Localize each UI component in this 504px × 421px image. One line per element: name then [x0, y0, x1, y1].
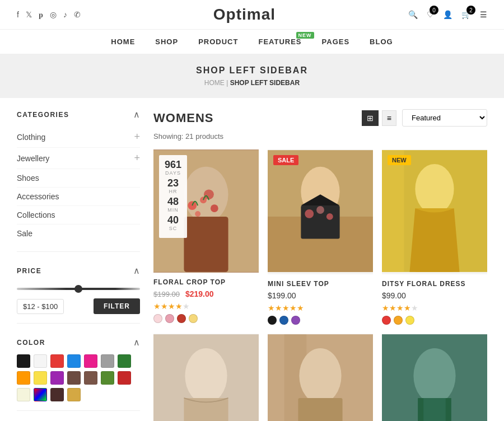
- cart-button[interactable]: 🛒 2: [461, 10, 471, 19]
- color-dot[interactable]: [177, 314, 186, 323]
- sort-select[interactable]: Featured Price: Low to High Price: High …: [402, 109, 487, 127]
- color-multi[interactable]: [34, 388, 47, 401]
- color-brown[interactable]: [67, 371, 81, 385]
- color-blue[interactable]: [67, 354, 81, 368]
- sidebar-item-clothing[interactable]: Clothing +: [17, 127, 140, 148]
- jewellery-expand-icon[interactable]: +: [134, 152, 140, 164]
- svg-rect-25: [298, 398, 342, 421]
- color-white[interactable]: [34, 354, 47, 368]
- color-dot[interactable]: [394, 316, 403, 325]
- content-controls: ⊞ ≡ Featured Price: Low to High Price: H…: [362, 109, 487, 127]
- product-card[interactable]: SLEEVELESS TOP $59.00 ★★★★★: [382, 334, 487, 421]
- color-dot[interactable]: [153, 314, 162, 323]
- nav-home[interactable]: HOME: [111, 38, 135, 46]
- product-stars: ★★★★★: [153, 302, 259, 311]
- color-pink[interactable]: [84, 354, 97, 368]
- logo[interactable]: Optimal: [213, 6, 276, 24]
- product-card[interactable]: SOLD OUT SUMMER BLOUSE $79.00 ★★★★★: [153, 334, 259, 421]
- color-dot[interactable]: [279, 316, 288, 325]
- list-view-button[interactable]: ≡: [382, 110, 396, 126]
- original-price: $199.00: [153, 290, 180, 298]
- sale-badge: SALE: [273, 155, 298, 165]
- filter-button[interactable]: FILTER: [94, 298, 140, 314]
- color-maroon[interactable]: [50, 388, 64, 401]
- color-dark-green[interactable]: [118, 354, 131, 368]
- tiktok-icon[interactable]: ♪: [63, 10, 67, 19]
- color-dot[interactable]: [268, 316, 277, 325]
- twitter-icon[interactable]: 𝕏: [26, 10, 32, 19]
- features-badge: NEW: [296, 32, 314, 39]
- color-yellow[interactable]: [34, 371, 47, 385]
- color-beige[interactable]: [17, 388, 30, 401]
- instagram-icon[interactable]: ◎: [50, 10, 57, 19]
- countdown-hr: 23: [165, 178, 181, 188]
- sidebar-item-collections[interactable]: Collections: [17, 206, 140, 224]
- content: WOMENS ⊞ ≡ Featured Price: Low to High P…: [153, 109, 487, 421]
- search-button[interactable]: 🔍: [408, 10, 418, 19]
- grid-view-button[interactable]: ⊞: [362, 110, 379, 126]
- facebook-icon[interactable]: f: [17, 10, 19, 19]
- new-badge: NEW: [388, 155, 411, 165]
- color-orange[interactable]: [17, 371, 30, 385]
- price-range-slider[interactable]: [17, 288, 140, 290]
- whatsapp-icon[interactable]: ✆: [74, 10, 81, 19]
- product-image-wrap: [382, 334, 487, 421]
- nav-shop[interactable]: SHOP: [155, 38, 178, 46]
- svg-point-17: [415, 164, 454, 214]
- price-header: PRICE ∧: [17, 265, 140, 276]
- svg-point-7: [204, 189, 214, 199]
- color-dot[interactable]: [291, 316, 300, 325]
- color-red[interactable]: [50, 354, 64, 368]
- price-title: PRICE: [17, 267, 41, 275]
- price: $99.00: [382, 291, 406, 300]
- breadcrumb-home[interactable]: HOME: [204, 79, 225, 87]
- wishlist-button[interactable]: ♡ 0: [427, 10, 434, 19]
- color-section: COLOR ∧: [17, 337, 140, 411]
- product-card[interactable]: SALE MINI SLEEV TOP $199.00 ★★★★★: [268, 149, 373, 325]
- product-card[interactable]: CASUAL DRESS $129.00 ★★★★★: [268, 334, 373, 421]
- color-dot[interactable]: [165, 314, 174, 323]
- breadcrumb: HOME | SHOP LEFT SIDEBAR: [11, 79, 493, 87]
- nav-blog[interactable]: BLOG: [370, 38, 393, 46]
- svg-point-5: [211, 204, 218, 212]
- color-black[interactable]: [17, 354, 30, 368]
- product-image-wrap: 961 DAYS 23 HR 48 MIN 40 SC: [153, 149, 259, 273]
- categories-title: CATEGORIES: [17, 111, 69, 119]
- product-image-wrap: [268, 334, 373, 421]
- breadcrumb-current: SHOP LEFT SIDEBAR: [230, 79, 300, 87]
- product-card[interactable]: NEW DITSY FLORAL DRESS $99.00 ★★★★★: [382, 149, 487, 325]
- sidebar: CATEGORIES ∧ Clothing + Jewellery + Shoe…: [17, 109, 140, 421]
- color-gold[interactable]: [67, 388, 81, 401]
- sidebar-item-shoes[interactable]: Shoes: [17, 169, 140, 188]
- product-image-wrap: NEW: [382, 149, 487, 274]
- sidebar-item-accessories[interactable]: Accessories: [17, 188, 140, 206]
- content-header: WOMENS ⊞ ≡ Featured Price: Low to High P…: [153, 109, 487, 127]
- color-tan[interactable]: [84, 371, 97, 385]
- color-grid: [17, 354, 140, 401]
- color-dot[interactable]: [405, 316, 414, 325]
- account-button[interactable]: 👤: [443, 10, 452, 19]
- color-options: [268, 316, 373, 325]
- product-name: FLORAL CROP TOP: [153, 278, 259, 286]
- price-toggle[interactable]: ∧: [133, 265, 140, 276]
- sidebar-item-sale[interactable]: Sale: [17, 224, 140, 242]
- color-toggle[interactable]: ∧: [133, 337, 140, 348]
- color-dot[interactable]: [189, 314, 198, 323]
- clothing-expand-icon[interactable]: +: [134, 131, 140, 143]
- nav-features[interactable]: FEATURES NEW: [258, 38, 301, 46]
- svg-rect-16: [382, 150, 404, 272]
- nav-pages[interactable]: PAGES: [322, 38, 350, 46]
- color-dark-red[interactable]: [118, 371, 131, 385]
- color-purple[interactable]: [50, 371, 64, 385]
- menu-button[interactable]: ☰: [480, 10, 487, 19]
- nav-product[interactable]: PRODUCT: [198, 38, 238, 46]
- sidebar-item-jewellery[interactable]: Jewellery +: [17, 148, 140, 169]
- pinterest-icon[interactable]: 𝐩: [39, 10, 43, 20]
- categories-toggle[interactable]: ∧: [133, 109, 140, 120]
- product-stars: ★★★★★: [268, 303, 373, 312]
- color-dot[interactable]: [382, 316, 391, 325]
- header-icons: 🔍 ♡ 0 👤 🛒 2 ☰: [408, 10, 487, 19]
- product-card[interactable]: 961 DAYS 23 HR 48 MIN 40 SC FLORAL CROP …: [153, 149, 259, 325]
- color-gray[interactable]: [101, 354, 114, 368]
- color-green[interactable]: [101, 371, 114, 385]
